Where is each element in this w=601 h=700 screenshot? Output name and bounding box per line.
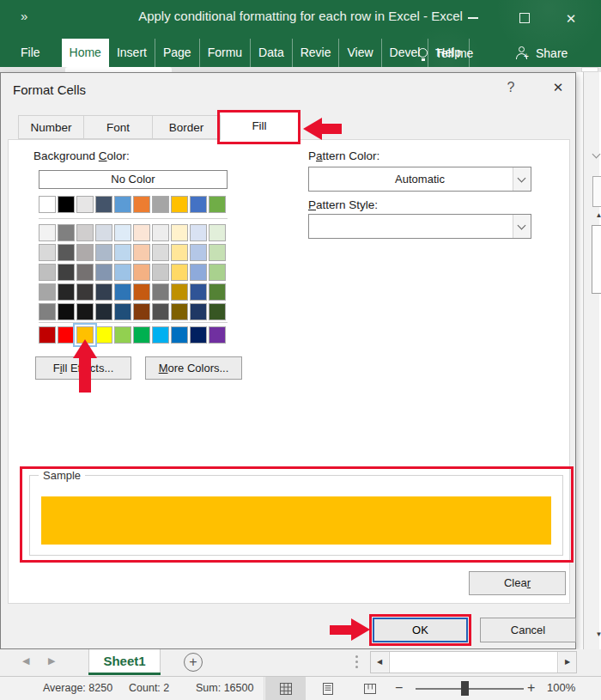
color-swatch[interactable] — [190, 196, 207, 213]
color-swatch[interactable] — [133, 196, 150, 213]
zoom-out-button[interactable]: − — [395, 677, 403, 699]
quick-access-collapse-icon[interactable]: » — [21, 9, 27, 23]
zoom-slider-thumb[interactable] — [461, 681, 469, 696]
ribbon-tab-data[interactable]: Data — [251, 39, 293, 67]
color-swatch[interactable] — [152, 244, 169, 261]
color-swatch[interactable] — [39, 303, 56, 320]
tab-font[interactable]: Font — [84, 115, 153, 139]
color-swatch[interactable] — [152, 326, 169, 344]
color-swatch[interactable] — [76, 224, 94, 241]
color-swatch[interactable] — [39, 326, 56, 344]
pattern-style-dropdown-button[interactable] — [513, 215, 531, 238]
color-swatch[interactable] — [133, 283, 150, 301]
color-swatch[interactable] — [39, 283, 56, 301]
vertical-scroll-thumb[interactable] — [592, 225, 601, 294]
color-swatch[interactable] — [190, 224, 207, 241]
color-swatch[interactable] — [190, 264, 207, 281]
color-swatch[interactable] — [76, 303, 94, 320]
color-swatch[interactable] — [58, 264, 75, 281]
pattern-style-select[interactable] — [308, 214, 531, 239]
color-swatch[interactable] — [209, 224, 226, 241]
color-swatch[interactable] — [95, 303, 112, 320]
pattern-color-dropdown-button[interactable] — [513, 167, 531, 191]
close-window-button[interactable]: ✕ — [558, 7, 584, 29]
zoom-in-button[interactable]: + — [527, 677, 535, 699]
color-swatch[interactable] — [209, 264, 226, 281]
dialog-close-button[interactable]: ✕ — [547, 80, 569, 99]
sheet-nav-left-icon[interactable]: ◀ — [22, 655, 29, 667]
scroll-down-icon[interactable]: ▼ — [592, 627, 601, 642]
color-swatch[interactable] — [39, 196, 56, 213]
scroll-up-icon[interactable]: ▲ — [592, 208, 601, 223]
color-swatch[interactable] — [133, 264, 150, 281]
color-swatch[interactable] — [58, 326, 75, 344]
color-swatch[interactable] — [95, 244, 112, 261]
cancel-button[interactable]: Cancel — [480, 618, 576, 642]
color-swatch[interactable] — [114, 303, 131, 320]
page-break-preview-button[interactable] — [349, 677, 390, 700]
color-swatch[interactable] — [95, 224, 112, 241]
ribbon-tab-formu[interactable]: Formu — [200, 39, 251, 67]
ribbon-tab-file[interactable]: File — [13, 39, 48, 67]
color-swatch[interactable] — [152, 196, 169, 213]
sheet-nav-right-icon[interactable]: ▶ — [48, 655, 55, 667]
color-swatch[interactable] — [190, 326, 207, 344]
ribbon-tab-revie[interactable]: Revie — [293, 39, 340, 67]
color-swatch[interactable] — [190, 244, 207, 261]
horizontal-scrollbar[interactable]: ◀ ▶ — [370, 651, 577, 673]
scroll-left-icon[interactable]: ◀ — [371, 652, 388, 673]
color-swatch[interactable] — [76, 196, 94, 213]
color-swatch[interactable] — [171, 244, 188, 261]
color-swatch[interactable] — [95, 326, 112, 344]
color-swatch[interactable] — [171, 224, 188, 241]
color-swatch[interactable] — [171, 303, 188, 320]
color-swatch[interactable] — [58, 244, 75, 261]
color-swatch[interactable] — [152, 303, 169, 320]
color-swatch[interactable] — [152, 283, 169, 301]
color-swatch[interactable] — [190, 303, 207, 320]
color-swatch[interactable] — [209, 326, 226, 344]
tab-border[interactable]: Border — [153, 115, 221, 139]
zoom-slider-track[interactable] — [416, 688, 524, 690]
add-sheet-button[interactable]: + — [184, 653, 203, 672]
color-swatch[interactable] — [133, 224, 150, 241]
page-layout-view-button[interactable] — [307, 677, 348, 700]
color-swatch[interactable] — [95, 264, 112, 281]
color-swatch[interactable] — [171, 283, 188, 301]
ribbon-tab-insert[interactable]: Insert — [109, 39, 155, 67]
color-swatch[interactable] — [114, 224, 131, 241]
ribbon-tab-view[interactable]: View — [339, 39, 381, 67]
color-swatch[interactable] — [152, 224, 169, 241]
splitter-dots-icon[interactable] — [355, 655, 358, 668]
color-swatch[interactable] — [58, 283, 75, 301]
color-swatch[interactable] — [114, 196, 131, 213]
color-swatch[interactable] — [133, 326, 150, 344]
color-swatch[interactable] — [39, 264, 56, 281]
color-swatch[interactable] — [171, 264, 188, 281]
scrollbar-split-handle[interactable] — [592, 176, 601, 207]
ribbon-tab-page[interactable]: Page — [155, 39, 200, 67]
tab-number[interactable]: Number — [18, 115, 84, 139]
color-swatch[interactable] — [114, 283, 131, 301]
dialog-help-button[interactable]: ? — [501, 80, 521, 99]
no-color-button[interactable]: No Color — [39, 170, 228, 189]
color-swatch[interactable] — [114, 244, 131, 261]
more-colors-button[interactable]: More Colors... — [145, 356, 242, 380]
color-swatch[interactable] — [209, 283, 226, 301]
scroll-right-icon[interactable]: ▶ — [559, 652, 576, 673]
color-swatch[interactable] — [171, 326, 188, 344]
color-swatch[interactable] — [114, 326, 131, 344]
color-swatch[interactable] — [171, 196, 188, 213]
clear-button[interactable]: Clear — [469, 571, 566, 595]
color-swatch[interactable] — [209, 303, 226, 320]
sheet-tab-sheet1[interactable]: Sheet1 — [88, 649, 161, 673]
color-swatch[interactable] — [95, 283, 112, 301]
color-swatch[interactable] — [58, 224, 75, 241]
normal-view-button[interactable] — [265, 677, 306, 700]
color-swatch[interactable] — [76, 283, 94, 301]
vertical-scrollbar[interactable]: ▲ ▼ — [583, 72, 599, 649]
color-swatch[interactable] — [95, 196, 112, 213]
color-swatch[interactable] — [209, 244, 226, 261]
restore-button[interactable] — [512, 7, 537, 29]
tell-me-control[interactable]: Tell me — [418, 39, 473, 67]
